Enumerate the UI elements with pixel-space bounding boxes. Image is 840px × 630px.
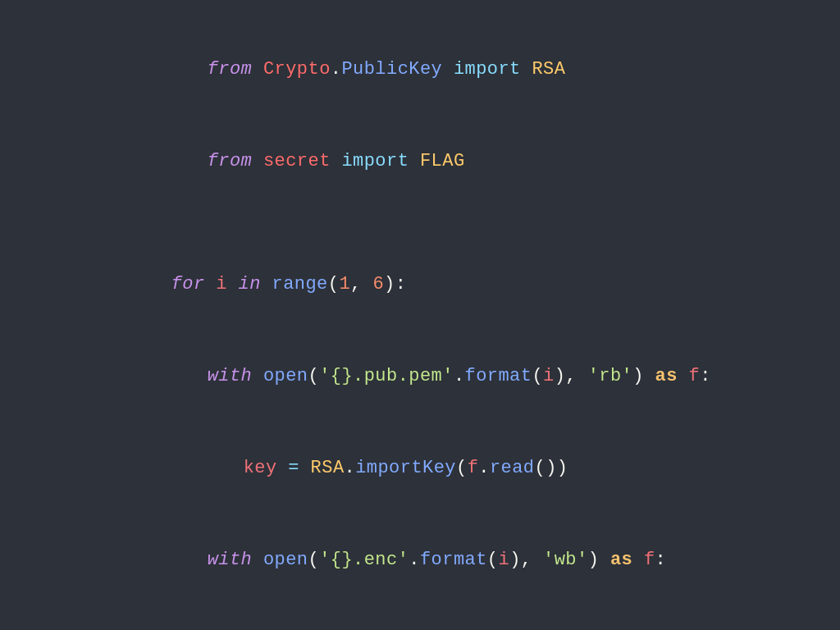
method-format-1: format bbox=[465, 366, 532, 386]
code-block: #!/usr/bin/env python3 from Crypto.Publi… bbox=[104, 0, 736, 630]
keyword-from-1: from bbox=[208, 59, 253, 80]
num-6: 6 bbox=[372, 274, 384, 294]
keyword-with-1: with bbox=[208, 366, 253, 386]
module-secret: secret bbox=[263, 151, 331, 171]
string-wb: 'wb' bbox=[543, 550, 588, 570]
func-open-1: open bbox=[263, 366, 308, 386]
string-pub-pem: '{}.pub.pem' bbox=[319, 366, 454, 386]
line-shebang: #!/usr/bin/env python3 bbox=[104, 0, 736, 24]
keyword-with-2: with bbox=[208, 550, 253, 570]
var-f-2: f bbox=[468, 458, 479, 478]
keyword-import-2: import bbox=[341, 151, 409, 171]
var-i-1: i bbox=[543, 366, 555, 386]
module-crypto: Crypto bbox=[263, 59, 331, 80]
var-i-for: i bbox=[216, 274, 227, 294]
var-f-1: f bbox=[689, 366, 701, 386]
keyword-import-1: import bbox=[454, 59, 521, 80]
method-format-2: format bbox=[420, 550, 487, 570]
line-key-assign: key = RSA.importKey(f.read()) bbox=[104, 422, 736, 514]
func-range: range bbox=[272, 274, 328, 294]
var-f-3: f bbox=[644, 550, 655, 570]
keyword-from-2: from bbox=[208, 151, 253, 171]
keyword-for: for bbox=[171, 274, 205, 294]
string-rb: 'rb' bbox=[588, 366, 633, 386]
line-import-flag: from secret import FLAG bbox=[104, 116, 736, 208]
class-publickey: PublicKey bbox=[341, 59, 442, 80]
class-rsa-2: RSA bbox=[311, 458, 345, 478]
string-enc: '{}.enc' bbox=[319, 550, 409, 570]
method-read: read bbox=[490, 458, 535, 478]
class-flag: FLAG bbox=[420, 151, 465, 171]
line-f-write: f.write(key.encrypt(FLAG.encode(), None)… bbox=[104, 606, 736, 630]
var-key: key bbox=[244, 458, 277, 478]
method-importkey: importKey bbox=[355, 458, 456, 478]
op-assign-1: = bbox=[288, 458, 299, 478]
line-import-rsa: from Crypto.PublicKey import RSA bbox=[104, 24, 736, 116]
line-with-pub: with open('{}.pub.pem'.format(i), 'rb') … bbox=[104, 331, 736, 422]
line-with-enc: with open('{}.enc'.format(i), 'wb') as f… bbox=[104, 514, 736, 606]
line-for-loop: for i in range(1, 6): bbox=[104, 239, 736, 331]
keyword-as-2: as bbox=[610, 550, 632, 570]
func-open-2: open bbox=[263, 550, 308, 570]
code-container: #!/usr/bin/env python3 from Crypto.Publi… bbox=[0, 0, 840, 630]
keyword-in: in bbox=[239, 274, 261, 294]
line-blank bbox=[104, 208, 736, 238]
keyword-as-1: as bbox=[655, 366, 678, 386]
var-i-2: i bbox=[498, 550, 509, 570]
class-rsa: RSA bbox=[532, 59, 565, 80]
num-1: 1 bbox=[339, 274, 350, 294]
